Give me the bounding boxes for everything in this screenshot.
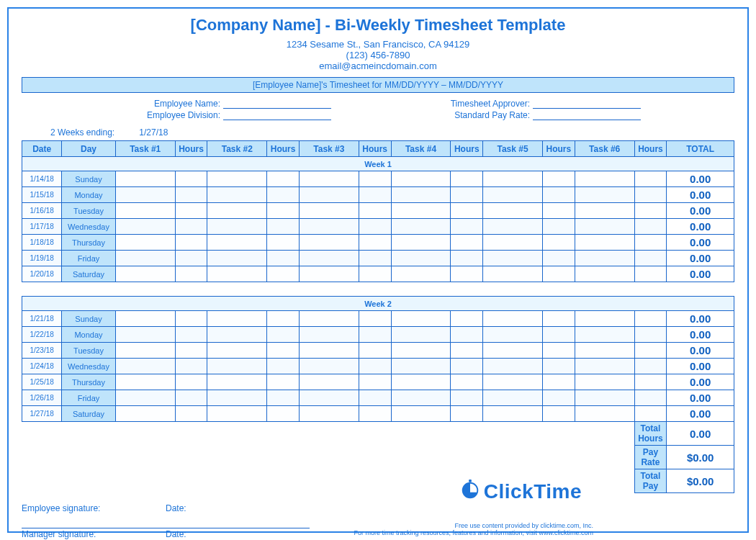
hours-cell[interactable] — [634, 203, 667, 219]
hours-cell[interactable] — [175, 390, 207, 406]
task-cell[interactable] — [115, 266, 175, 282]
task-cell[interactable] — [483, 266, 543, 282]
hours-cell[interactable] — [359, 390, 391, 406]
task-cell[interactable] — [391, 187, 451, 203]
task-cell[interactable] — [115, 171, 175, 187]
task-cell[interactable] — [575, 327, 634, 343]
hours-cell[interactable] — [267, 187, 300, 203]
task-cell[interactable] — [575, 343, 634, 359]
task-cell[interactable] — [115, 187, 175, 203]
task-cell[interactable] — [575, 203, 634, 219]
task-cell[interactable] — [575, 171, 634, 187]
task-cell[interactable] — [299, 390, 359, 406]
task-cell[interactable] — [299, 374, 359, 390]
hours-cell[interactable] — [451, 406, 483, 422]
task-cell[interactable] — [207, 266, 267, 282]
task-cell[interactable] — [207, 374, 267, 390]
hours-cell[interactable] — [634, 327, 667, 343]
hours-cell[interactable] — [175, 219, 207, 235]
hours-cell[interactable] — [634, 219, 667, 235]
task-cell[interactable] — [299, 235, 359, 251]
task-cell[interactable] — [391, 343, 451, 359]
task-cell[interactable] — [575, 251, 634, 266]
hours-cell[interactable] — [267, 311, 300, 327]
hours-cell[interactable] — [359, 171, 391, 187]
task-cell[interactable] — [575, 374, 634, 390]
task-cell[interactable] — [207, 406, 267, 422]
task-cell[interactable] — [575, 266, 634, 282]
task-cell[interactable] — [207, 219, 267, 235]
hours-cell[interactable] — [634, 235, 667, 251]
hours-cell[interactable] — [359, 343, 391, 359]
hours-cell[interactable] — [451, 359, 483, 374]
task-cell[interactable] — [299, 187, 359, 203]
hours-cell[interactable] — [267, 343, 300, 359]
hours-cell[interactable] — [634, 343, 667, 359]
task-cell[interactable] — [299, 327, 359, 343]
task-cell[interactable] — [575, 219, 634, 235]
hours-cell[interactable] — [543, 219, 575, 235]
task-cell[interactable] — [115, 219, 175, 235]
hours-cell[interactable] — [175, 374, 207, 390]
hours-cell[interactable] — [451, 343, 483, 359]
hours-cell[interactable] — [634, 311, 667, 327]
hours-cell[interactable] — [359, 406, 391, 422]
task-cell[interactable] — [391, 327, 451, 343]
task-cell[interactable] — [299, 311, 359, 327]
hours-cell[interactable] — [267, 251, 300, 266]
task-cell[interactable] — [483, 251, 543, 266]
hours-cell[interactable] — [451, 374, 483, 390]
hours-cell[interactable] — [543, 171, 575, 187]
hours-cell[interactable] — [543, 203, 575, 219]
hours-cell[interactable] — [543, 359, 575, 374]
hours-cell[interactable] — [451, 390, 483, 406]
hours-cell[interactable] — [175, 406, 207, 422]
hours-cell[interactable] — [359, 235, 391, 251]
hours-cell[interactable] — [543, 343, 575, 359]
task-cell[interactable] — [391, 311, 451, 327]
hours-cell[interactable] — [634, 171, 667, 187]
task-cell[interactable] — [299, 251, 359, 266]
hours-cell[interactable] — [175, 203, 207, 219]
task-cell[interactable] — [207, 390, 267, 406]
hours-cell[interactable] — [634, 266, 667, 282]
task-cell[interactable] — [207, 343, 267, 359]
task-cell[interactable] — [483, 406, 543, 422]
hours-cell[interactable] — [175, 311, 207, 327]
hours-cell[interactable] — [451, 311, 483, 327]
task-cell[interactable] — [391, 219, 451, 235]
hours-cell[interactable] — [267, 171, 300, 187]
approver-input[interactable] — [533, 99, 641, 109]
hours-cell[interactable] — [634, 251, 667, 266]
hours-cell[interactable] — [359, 311, 391, 327]
task-cell[interactable] — [207, 171, 267, 187]
task-cell[interactable] — [483, 219, 543, 235]
task-cell[interactable] — [483, 327, 543, 343]
task-cell[interactable] — [299, 266, 359, 282]
task-cell[interactable] — [299, 406, 359, 422]
hours-cell[interactable] — [451, 235, 483, 251]
task-cell[interactable] — [575, 390, 634, 406]
payrate-input[interactable] — [533, 110, 641, 120]
hours-cell[interactable] — [359, 187, 391, 203]
task-cell[interactable] — [115, 406, 175, 422]
hours-cell[interactable] — [175, 187, 207, 203]
task-cell[interactable] — [483, 235, 543, 251]
hours-cell[interactable] — [267, 219, 300, 235]
hours-cell[interactable] — [175, 359, 207, 374]
hours-cell[interactable] — [543, 187, 575, 203]
hours-cell[interactable] — [451, 266, 483, 282]
task-cell[interactable] — [115, 203, 175, 219]
task-cell[interactable] — [483, 203, 543, 219]
task-cell[interactable] — [115, 235, 175, 251]
hours-cell[interactable] — [175, 343, 207, 359]
hours-cell[interactable] — [451, 327, 483, 343]
hours-cell[interactable] — [543, 251, 575, 266]
hours-cell[interactable] — [634, 390, 667, 406]
hours-cell[interactable] — [543, 374, 575, 390]
hours-cell[interactable] — [451, 187, 483, 203]
task-cell[interactable] — [115, 311, 175, 327]
hours-cell[interactable] — [634, 359, 667, 374]
task-cell[interactable] — [207, 359, 267, 374]
task-cell[interactable] — [391, 251, 451, 266]
